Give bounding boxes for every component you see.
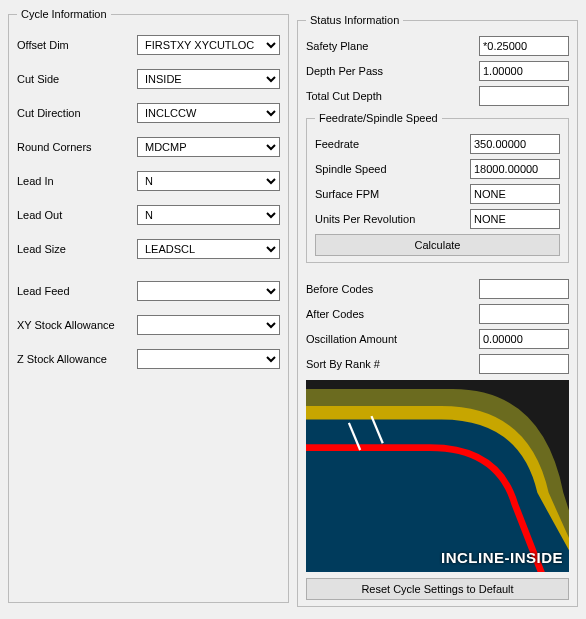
status-info-legend: Status Information (306, 14, 403, 26)
cut-side-label: Cut Side (17, 73, 137, 85)
surface-fpm-input[interactable] (470, 184, 560, 204)
spindle-speed-input[interactable] (470, 159, 560, 179)
oscillation-amount-input[interactable] (479, 329, 569, 349)
cut-direction-label: Cut Direction (17, 107, 137, 119)
xy-stock-select[interactable] (137, 315, 280, 335)
safety-plane-input[interactable] (479, 36, 569, 56)
reset-cycle-button[interactable]: Reset Cycle Settings to Default (306, 578, 569, 600)
round-corners-label: Round Corners (17, 141, 137, 153)
before-codes-label: Before Codes (306, 283, 479, 295)
lead-out-label: Lead Out (17, 209, 137, 221)
z-stock-label: Z Stock Allowance (17, 353, 137, 365)
cycle-preview-caption: INCLINE-INSIDE (441, 549, 563, 566)
oscillation-amount-label: Oscillation Amount (306, 333, 479, 345)
feedrate-label: Feedrate (315, 138, 470, 150)
sort-by-rank-input[interactable] (479, 354, 569, 374)
before-codes-input[interactable] (479, 279, 569, 299)
cut-direction-select[interactable]: INCLCCW (137, 103, 280, 123)
cycle-information-group: Cycle Information Offset Dim FIRSTXY XYC… (8, 8, 289, 603)
lead-out-select[interactable]: N (137, 205, 280, 225)
feedrate-spindle-group: Feedrate/Spindle Speed Feedrate Spindle … (306, 112, 569, 263)
cycle-info-legend: Cycle Information (17, 8, 111, 20)
depth-per-pass-label: Depth Per Pass (306, 65, 479, 77)
calculate-button[interactable]: Calculate (315, 234, 560, 256)
lead-size-label: Lead Size (17, 243, 137, 255)
cycle-preview-image: INCLINE-INSIDE (306, 380, 569, 572)
lead-in-select[interactable]: N (137, 171, 280, 191)
lead-feed-select[interactable] (137, 281, 280, 301)
feedrate-input[interactable] (470, 134, 560, 154)
depth-per-pass-input[interactable] (479, 61, 569, 81)
lead-in-label: Lead In (17, 175, 137, 187)
cut-side-select[interactable]: INSIDE (137, 69, 280, 89)
spindle-speed-label: Spindle Speed (315, 163, 470, 175)
lead-size-select[interactable]: LEADSCL (137, 239, 280, 259)
offset-dim-label: Offset Dim (17, 39, 137, 51)
safety-plane-label: Safety Plane (306, 40, 479, 52)
round-corners-select[interactable]: MDCMP (137, 137, 280, 157)
sort-by-rank-label: Sort By Rank # (306, 358, 479, 370)
units-per-rev-label: Units Per Revolution (315, 213, 470, 225)
status-information-group: Status Information Safety Plane Depth Pe… (297, 14, 578, 607)
surface-fpm-label: Surface FPM (315, 188, 470, 200)
total-cut-depth-input[interactable] (479, 86, 569, 106)
after-codes-input[interactable] (479, 304, 569, 324)
z-stock-select[interactable] (137, 349, 280, 369)
xy-stock-label: XY Stock Allowance (17, 319, 137, 331)
offset-dim-select[interactable]: FIRSTXY XYCUTLOC (137, 35, 280, 55)
after-codes-label: After Codes (306, 308, 479, 320)
total-cut-depth-label: Total Cut Depth (306, 90, 479, 102)
feedrate-spindle-legend: Feedrate/Spindle Speed (315, 112, 442, 124)
units-per-rev-input[interactable] (470, 209, 560, 229)
lead-feed-label: Lead Feed (17, 285, 137, 297)
